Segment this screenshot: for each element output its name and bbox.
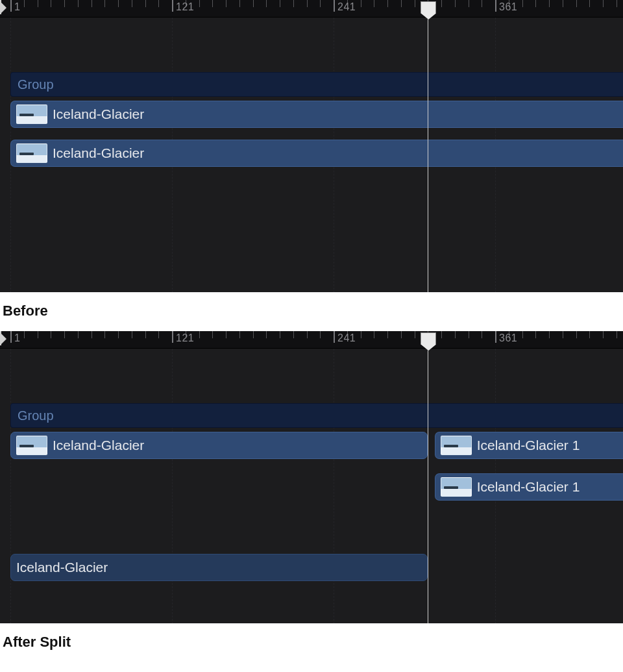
ruler-tick-minor xyxy=(226,331,226,338)
ruler-tick-minor xyxy=(576,331,577,338)
clip-name: Iceland-Glacier 1 xyxy=(477,479,580,495)
ruler-tick-minor xyxy=(118,331,119,338)
ruler-tick-minor xyxy=(92,331,92,338)
ruler-tick-minor xyxy=(535,0,536,7)
ruler-tick-minor xyxy=(253,0,254,7)
timeline-clip[interactable]: Iceland-Glacier 1 xyxy=(435,473,623,501)
ruler-tick-minor xyxy=(374,0,374,7)
timeline-clip[interactable]: Iceland-Glacier xyxy=(10,554,428,581)
clip-thumbnail xyxy=(16,436,47,455)
ruler-tick-minor xyxy=(239,0,240,7)
group-label: Group xyxy=(18,77,54,92)
ruler-tick-major xyxy=(334,331,335,343)
ruler-tick-minor xyxy=(92,0,92,7)
timeline-clip[interactable]: Iceland-Glacier 1 xyxy=(435,432,623,459)
timeline-after[interactable]: 1121241361 GroupIceland-GlacierIceland-G… xyxy=(0,331,623,623)
ruler-tick-minor xyxy=(589,0,590,7)
ruler-tick-minor xyxy=(522,331,523,338)
ruler-tick-minor xyxy=(374,331,374,338)
ruler-tick-major xyxy=(10,331,12,343)
ruler-tick-minor xyxy=(576,0,577,7)
ruler-tick-minor xyxy=(415,0,415,7)
ruler-tick-minor xyxy=(280,0,280,7)
ruler-tick-minor xyxy=(199,331,200,338)
timeline-clip[interactable]: Iceland-Glacier xyxy=(10,140,623,167)
ruler-tick-minor xyxy=(199,0,200,7)
ruler-tick-minor xyxy=(361,331,361,338)
ruler-tick-minor xyxy=(78,0,79,7)
playhead-line xyxy=(428,18,428,292)
ruler-tick-major xyxy=(334,0,335,12)
ruler-tick-minor xyxy=(387,0,388,7)
ruler-tick-minor xyxy=(104,331,105,338)
ruler-tick-minor xyxy=(563,331,563,338)
ruler-tick-minor xyxy=(266,331,267,338)
ruler-tick-minor xyxy=(320,0,321,7)
ruler-tick-minor xyxy=(535,331,536,338)
ruler-frame-label: 121 xyxy=(176,332,194,344)
ruler-tick-minor xyxy=(482,0,482,7)
grid-line xyxy=(334,349,334,623)
ruler-tick-minor xyxy=(401,331,402,338)
ruler-tick-minor xyxy=(320,331,321,338)
timeline-ruler[interactable]: 1121241361 xyxy=(0,0,623,18)
ruler-tick-minor xyxy=(38,331,38,338)
ruler-tick-minor xyxy=(617,331,617,338)
clip-thumbnail xyxy=(16,143,47,163)
ruler-tick-minor xyxy=(293,331,294,338)
ruler-tick-minor xyxy=(522,0,523,7)
clip-name: Iceland-Glacier 1 xyxy=(477,438,580,453)
ruler-frame-label: 1 xyxy=(14,1,20,13)
timeline-ruler[interactable]: 1121241361 xyxy=(0,331,623,349)
caption-after: After Split xyxy=(0,623,623,662)
timeline-clip[interactable]: Iceland-Glacier xyxy=(10,101,623,128)
ruler-tick-minor xyxy=(280,331,280,338)
ruler-tick-major xyxy=(172,331,173,343)
ruler-tick-major xyxy=(10,0,12,12)
ruler-tick-minor xyxy=(266,0,267,7)
ruler-tick-minor xyxy=(549,0,550,7)
ruler-tick-minor xyxy=(38,0,38,7)
ruler-tick-minor xyxy=(603,0,604,7)
group-label: Group xyxy=(18,408,54,423)
ruler-tick-minor xyxy=(469,0,469,7)
ruler-tick-minor xyxy=(361,0,361,7)
clip-thumbnail xyxy=(441,477,472,497)
ruler-frame-label: 1 xyxy=(14,332,20,344)
ruler-tick-minor xyxy=(132,331,132,338)
ruler-tick-minor xyxy=(617,0,617,7)
clip-thumbnail xyxy=(16,105,47,124)
ruler-tick-minor xyxy=(455,331,456,338)
ruler-tick-major xyxy=(495,0,496,12)
group-header[interactable]: Group xyxy=(10,72,623,97)
timeline-clip[interactable]: Iceland-Glacier xyxy=(10,432,428,459)
ruler-tick-minor xyxy=(415,331,415,338)
group-header[interactable]: Group xyxy=(10,403,623,428)
ruler-tick-minor xyxy=(158,0,159,7)
timeline-before[interactable]: 1121241361 GroupIceland-GlacierIceland-G… xyxy=(0,0,623,292)
ruler-tick-minor xyxy=(158,331,159,338)
clip-name: Iceland-Glacier xyxy=(16,560,108,575)
ruler-tick-minor xyxy=(145,331,146,338)
clip-name: Iceland-Glacier xyxy=(53,145,144,161)
ruler-tick-minor xyxy=(469,331,469,338)
grid-line xyxy=(10,349,11,623)
ruler-tick-minor xyxy=(455,0,456,7)
caption-before: Before xyxy=(0,292,623,331)
ruler-tick-minor xyxy=(64,0,65,7)
ruler-frame-label: 241 xyxy=(337,1,356,13)
ruler-tick-minor xyxy=(64,331,65,338)
ruler-tick-minor xyxy=(603,331,604,338)
clip-name: Iceland-Glacier xyxy=(53,438,144,453)
ruler-tick-minor xyxy=(118,0,119,7)
ruler-tick-minor xyxy=(253,331,254,338)
ruler-tick-major xyxy=(495,331,496,343)
ruler-frame-label: 361 xyxy=(499,1,517,13)
ruler-tick-minor xyxy=(307,0,308,7)
clip-thumbnail xyxy=(441,436,472,455)
ruler-tick-minor xyxy=(212,331,213,338)
ruler-frame-label: 241 xyxy=(337,332,356,344)
ruler-tick-major xyxy=(172,0,173,12)
ruler-tick-minor xyxy=(104,0,105,7)
ruler-tick-minor xyxy=(132,0,132,7)
